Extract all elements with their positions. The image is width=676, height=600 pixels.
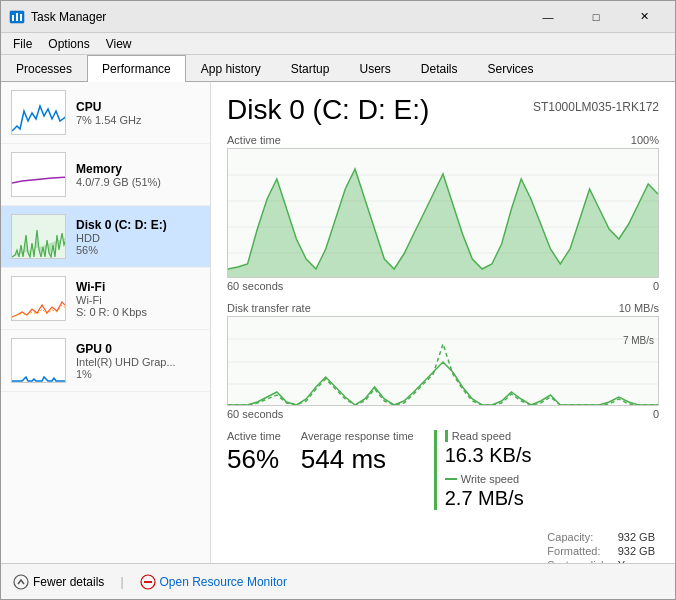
tab-app-history[interactable]: App history: [186, 55, 276, 82]
disk-info-grid: Capacity: 932 GB Formatted: 932 GB Syste…: [543, 530, 659, 563]
disk-name: Disk 0 (C: D: E:): [76, 218, 200, 232]
capacity-label: Capacity:: [543, 530, 613, 544]
read-speed-stat: Read speed 16.3 KB/s: [445, 430, 532, 467]
disk-info: Disk 0 (C: D: E:) HDD 56%: [76, 218, 200, 256]
capacity-value: 932 GB: [614, 530, 659, 544]
speed-stats: Read speed 16.3 KB/s Write speed 2.7 MB/…: [434, 430, 532, 510]
wifi-thumbnail: [11, 276, 66, 321]
tab-users[interactable]: Users: [344, 55, 405, 82]
resource-monitor-link[interactable]: Open Resource Monitor: [140, 574, 287, 590]
window-title: Task Manager: [31, 10, 525, 24]
active-time-stat: Active time 56%: [227, 430, 281, 510]
disk-type: HDD: [76, 232, 200, 244]
footer-divider: |: [120, 575, 123, 589]
disk-title-block: Disk 0 (C: D: E:): [227, 94, 429, 126]
formatted-label: Formatted:: [543, 544, 613, 558]
tab-performance[interactable]: Performance: [87, 55, 186, 82]
response-time-label: Average response time: [301, 430, 414, 442]
main-header: Disk 0 (C: D: E:) ST1000LM035-1RK172: [227, 94, 659, 126]
active-time-label: Active time: [227, 430, 281, 442]
read-speed-value: 16.3 KB/s: [445, 444, 532, 467]
write-speed-label: Write speed: [445, 473, 532, 485]
sidebar-item-gpu[interactable]: GPU 0 Intel(R) UHD Grap... 1%: [1, 330, 210, 392]
cpu-thumbnail: [11, 90, 66, 135]
task-manager-window: Task Manager — □ ✕ File Options View Pro…: [0, 0, 676, 600]
chart2-bottom-row: 60 seconds 0: [227, 408, 659, 420]
tab-startup[interactable]: Startup: [276, 55, 345, 82]
sidebar-item-wifi[interactable]: Wi-Fi Wi-Fi S: 0 R: 0 Kbps: [1, 268, 210, 330]
sidebar-item-memory[interactable]: Memory 4.0/7.9 GB (51%): [1, 144, 210, 206]
sidebar-item-disk[interactable]: Disk 0 (C: D: E:) HDD 56%: [1, 206, 210, 268]
chart1-label-row: Active time 100%: [227, 134, 659, 146]
tab-processes[interactable]: Processes: [1, 55, 87, 82]
window-controls: — □ ✕: [525, 1, 667, 33]
menu-options[interactable]: Options: [40, 35, 97, 53]
read-bar-icon: [445, 430, 448, 442]
gpu-usage: 1%: [76, 368, 200, 380]
maximize-button[interactable]: □: [573, 1, 619, 33]
tabs-bar: Processes Performance App history Startu…: [1, 55, 675, 82]
menu-view[interactable]: View: [98, 35, 140, 53]
gpu-info: GPU 0 Intel(R) UHD Grap... 1%: [76, 342, 200, 380]
svg-rect-2: [16, 13, 18, 21]
chart1-container: [227, 148, 659, 278]
memory-thumbnail: [11, 152, 66, 197]
fewer-details-link[interactable]: Fewer details: [13, 574, 104, 590]
app-icon: [9, 9, 25, 25]
chart2-time: 60 seconds: [227, 408, 283, 420]
disk-usage: 56%: [76, 244, 200, 256]
disk-model: ST1000LM035-1RK172: [533, 100, 659, 114]
svg-rect-1: [12, 15, 14, 21]
close-button[interactable]: ✕: [621, 1, 667, 33]
cpu-info: CPU 7% 1.54 GHz: [76, 100, 200, 126]
svg-rect-3: [20, 14, 22, 21]
response-time-value: 544 ms: [301, 444, 414, 475]
svg-point-19: [14, 575, 28, 589]
gpu-model: Intel(R) UHD Grap...: [76, 356, 200, 368]
write-speed-value: 2.7 MB/s: [445, 487, 532, 510]
menu-bar: File Options View: [1, 33, 675, 55]
chevron-up-icon: [13, 574, 29, 590]
wifi-info: Wi-Fi Wi-Fi S: 0 R: 0 Kbps: [76, 280, 200, 318]
memory-name: Memory: [76, 162, 200, 176]
wifi-type: Wi-Fi: [76, 294, 200, 306]
no-entry-icon: [140, 574, 156, 590]
footer: Fewer details | Open Resource Monitor: [1, 563, 675, 599]
chart2-max: 10 MB/s: [619, 302, 659, 314]
disk-thumbnail: [11, 214, 66, 259]
menu-file[interactable]: File: [5, 35, 40, 53]
chart2-container: 7 MB/s: [227, 316, 659, 406]
tab-services[interactable]: Services: [473, 55, 549, 82]
write-bar-icon: [445, 478, 457, 480]
active-time-value: 56%: [227, 444, 281, 475]
chart2-mid-label: 7 MB/s: [623, 335, 654, 346]
formatted-value: 932 GB: [614, 544, 659, 558]
write-speed-stat: Write speed 2.7 MB/s: [445, 473, 532, 510]
minimize-button[interactable]: —: [525, 1, 571, 33]
gpu-thumbnail: [11, 338, 66, 383]
transfer-rate-chart-section: Disk transfer rate 10 MB/s: [227, 302, 659, 420]
read-speed-label: Read speed: [445, 430, 532, 442]
chart1-min: 0: [653, 280, 659, 292]
chart1-time: 60 seconds: [227, 280, 283, 292]
stats-row: Active time 56% Average response time 54…: [227, 430, 659, 563]
sidebar: CPU 7% 1.54 GHz Memory 4.0/7.9 GB (51%): [1, 82, 211, 563]
gpu-name: GPU 0: [76, 342, 200, 356]
chart2-label-row: Disk transfer rate 10 MB/s: [227, 302, 659, 314]
chart2-label: Disk transfer rate: [227, 302, 311, 314]
cpu-usage: 7% 1.54 GHz: [76, 114, 200, 126]
svg-rect-5: [12, 153, 66, 197]
title-bar: Task Manager — □ ✕: [1, 1, 675, 33]
cpu-name: CPU: [76, 100, 200, 114]
response-time-stat: Average response time 544 ms: [301, 430, 414, 510]
disk-main-title: Disk 0 (C: D: E:): [227, 94, 429, 126]
main-panel: Disk 0 (C: D: E:) ST1000LM035-1RK172 Act…: [211, 82, 675, 563]
tab-details[interactable]: Details: [406, 55, 473, 82]
chart1-bottom-row: 60 seconds 0: [227, 280, 659, 292]
sidebar-item-cpu[interactable]: CPU 7% 1.54 GHz: [1, 82, 210, 144]
svg-rect-7: [12, 277, 66, 321]
memory-info: Memory 4.0/7.9 GB (51%): [76, 162, 200, 188]
chart1-max: 100%: [631, 134, 659, 146]
content-area: CPU 7% 1.54 GHz Memory 4.0/7.9 GB (51%): [1, 82, 675, 563]
chart2-min: 0: [653, 408, 659, 420]
